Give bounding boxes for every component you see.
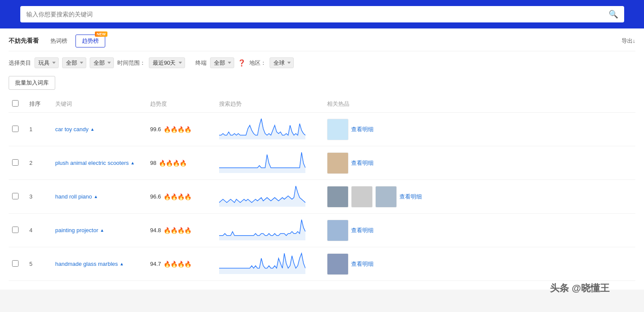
header-related-products: 相关热品: [324, 96, 635, 113]
main-content: 不妨先看看 热词榜 趋势榜 NEW 导出↓ 选择类目 玩具 全部 全部 时间范围…: [0, 28, 644, 290]
rank-cell: 1: [26, 113, 52, 146]
search-bar: 🔍: [20, 6, 624, 22]
product-image: [375, 186, 397, 208]
region-label: 地区：: [249, 59, 266, 67]
sub1-select[interactable]: 全部: [62, 57, 86, 68]
header-rank: 排序: [26, 96, 52, 113]
region-select[interactable]: 全球: [270, 57, 294, 68]
keyword-trend-arrow: ▲: [119, 262, 124, 266]
keyword-link[interactable]: hand roll piano ▲: [55, 193, 143, 200]
product-image: [351, 186, 373, 208]
score-value: 94.7: [150, 261, 161, 267]
new-badge: NEW: [95, 32, 107, 37]
score-value: 99.6: [150, 126, 161, 132]
trend-score-cell: 99.6 🔥🔥🔥🔥: [147, 113, 216, 146]
fire-icons: 🔥🔥🔥🔥: [163, 193, 191, 200]
table-row: 1 car toy candy ▲ 99.6 🔥🔥🔥🔥 查看明细: [9, 113, 635, 146]
row-checkbox[interactable]: [12, 159, 19, 166]
keyword-cell: handmade glass marbles ▲: [52, 247, 147, 281]
search-button[interactable]: 🔍: [609, 9, 618, 19]
select-all-checkbox[interactable]: [12, 100, 19, 107]
svg-marker-3: [219, 220, 305, 240]
time-select[interactable]: 最近90天: [149, 57, 185, 68]
row-checkbox[interactable]: [12, 193, 19, 199]
view-detail-link[interactable]: 查看明细: [351, 227, 374, 234]
row-checkbox[interactable]: [12, 126, 19, 132]
view-detail-link[interactable]: 查看明细: [351, 159, 374, 167]
view-detail-link[interactable]: 查看明细: [351, 260, 374, 268]
fire-icons: 🔥🔥🔥🔥: [163, 261, 191, 268]
trend-score-cell: 98 🔥🔥🔥🔥: [147, 146, 216, 180]
products-cell: 查看明细: [324, 214, 635, 247]
device-label: 终端: [195, 59, 207, 67]
sub2-select[interactable]: 全部: [90, 57, 114, 68]
search-input[interactable]: [26, 11, 609, 18]
score-value: 94.8: [150, 227, 161, 233]
row-checkbox[interactable]: [12, 260, 19, 267]
chart-cell: [216, 247, 324, 281]
category-label: 选择类目: [9, 59, 31, 67]
device-select[interactable]: 全部: [210, 57, 234, 68]
table-row: 4 painting projector ▲ 94.8 🔥🔥🔥🔥 查看明细: [9, 214, 635, 247]
keyword-link[interactable]: car toy candy ▲: [55, 126, 143, 132]
search-icon: 🔍: [609, 10, 618, 19]
rank-cell: 3: [26, 180, 52, 214]
tabs-row: 不妨先看看 热词榜 趋势榜 NEW 导出↓: [9, 28, 635, 51]
header-trend-score: 趋势度: [147, 96, 216, 113]
rank-cell: 2: [26, 146, 52, 180]
export-button[interactable]: 导出↓: [622, 37, 636, 45]
svg-marker-1: [219, 152, 305, 173]
products-cell: 查看明细: [324, 113, 635, 146]
product-image: [327, 152, 349, 174]
tabs-left: 不妨先看看 热词榜 趋势榜 NEW: [9, 35, 105, 47]
table-row: 2 plush animal electric scooters ▲ 98 🔥🔥…: [9, 146, 635, 180]
product-image: [327, 220, 349, 241]
header: 🔍: [0, 0, 644, 28]
time-label: 时间范围：: [117, 59, 145, 67]
tabs-section-label: 不妨先看看: [9, 37, 39, 45]
fire-icons: 🔥🔥🔥🔥: [163, 126, 191, 133]
header-search-trend: 搜索趋势: [216, 96, 324, 113]
trend-score-cell: 94.7 🔥🔥🔥🔥: [147, 247, 216, 281]
chart-cell: [216, 214, 324, 247]
products-cell: 查看明细: [324, 247, 635, 281]
products-cell: 查看明细: [324, 180, 635, 214]
products-cell: 查看明细: [324, 146, 635, 180]
view-detail-link[interactable]: 查看明细: [351, 126, 374, 133]
tab-trend-label: 趋势榜: [82, 38, 99, 44]
keyword-cell: car toy candy ▲: [52, 113, 147, 146]
score-value: 96.6: [150, 193, 161, 200]
keyword-trend-arrow: ▲: [131, 161, 135, 165]
keyword-link[interactable]: painting projector ▲: [55, 227, 143, 233]
keyword-cell: painting projector ▲: [52, 214, 147, 247]
svg-marker-2: [219, 186, 305, 207]
tab-hot[interactable]: 热词榜: [44, 35, 74, 47]
trends-table: 排序 关键词 趋势度 搜索趋势 相关热品 1 car toy candy ▲ 9…: [9, 96, 635, 281]
keyword-cell: hand roll piano ▲: [52, 180, 147, 214]
rank-cell: 5: [26, 247, 52, 281]
view-detail-link[interactable]: 查看明细: [399, 193, 422, 201]
keyword-link[interactable]: handmade glass marbles ▲: [55, 261, 143, 267]
fire-icons: 🔥🔥🔥🔥: [159, 160, 186, 167]
bulk-add-button[interactable]: 批量加入词库: [9, 76, 55, 90]
table-row: 3 hand roll piano ▲ 96.6 🔥🔥🔥🔥 查看明细: [9, 180, 635, 214]
export-label: 导出↓: [622, 37, 636, 45]
tab-trend[interactable]: 趋势榜 NEW: [75, 35, 105, 47]
keyword-link[interactable]: plush animal electric scooters ▲: [55, 160, 143, 166]
trend-score-cell: 94.8 🔥🔥🔥🔥: [147, 214, 216, 247]
filters-row: 选择类目 玩具 全部 全部 时间范围： 最近90天 终端 全部 ❓ 地区： 全球: [9, 51, 635, 72]
rank-cell: 4: [26, 214, 52, 247]
trend-score-cell: 96.6 🔥🔥🔥🔥: [147, 180, 216, 214]
score-value: 98: [150, 160, 156, 166]
keyword-trend-arrow: ▲: [90, 127, 94, 132]
row-checkbox[interactable]: [12, 227, 19, 233]
table-row: 5 handmade glass marbles ▲ 94.7 🔥🔥🔥🔥 查看明…: [9, 247, 635, 281]
category-select[interactable]: 玩具: [35, 57, 59, 68]
question-icon[interactable]: ❓: [238, 59, 246, 67]
fire-icons: 🔥🔥🔥🔥: [163, 227, 191, 234]
keyword-cell: plush animal electric scooters ▲: [52, 146, 147, 180]
keyword-trend-arrow: ▲: [100, 228, 104, 233]
svg-marker-0: [219, 119, 305, 139]
table-header-row: 排序 关键词 趋势度 搜索趋势 相关热品: [9, 96, 635, 113]
header-keyword: 关键词: [52, 96, 147, 113]
